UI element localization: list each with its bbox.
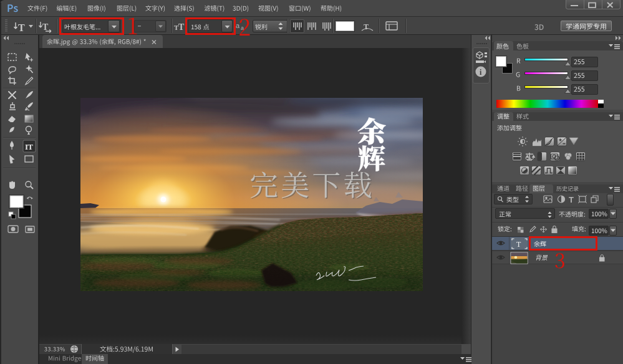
svg-text:T: T (28, 142, 34, 151)
svg-text:T: T (364, 22, 369, 31)
svg-text:T: T (18, 22, 25, 33)
svg-text:T: T (516, 240, 521, 249)
svg-text:T: T (178, 22, 185, 32)
svg-text:T: T (569, 195, 574, 204)
svg-text:T: T (42, 22, 49, 32)
svg-text:a: a (236, 22, 240, 29)
